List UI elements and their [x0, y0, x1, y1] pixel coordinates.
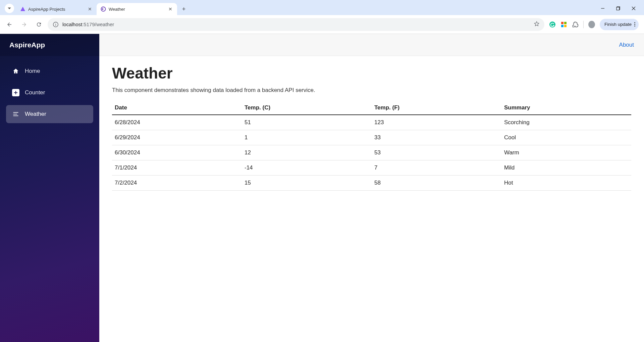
- svg-point-10: [55, 23, 56, 23]
- sidebar-nav: Home Counter Weather: [0, 56, 99, 129]
- sidebar-item-label: Weather: [25, 111, 46, 117]
- table-row: 7/1/2024 -14 7 Mild: [112, 160, 631, 176]
- url-port: :5179: [82, 21, 95, 27]
- about-link[interactable]: About: [619, 42, 634, 48]
- cell-temp-f: 33: [372, 130, 501, 145]
- cell-summary: Hot: [501, 176, 631, 191]
- toolbar-divider: [583, 21, 584, 28]
- sidebar-item-weather[interactable]: Weather: [6, 105, 93, 123]
- app-viewport: AspireApp Home Counter Weather: [0, 34, 644, 342]
- cell-temp-c: 12: [242, 145, 372, 160]
- back-button[interactable]: [3, 18, 15, 31]
- grammarly-icon[interactable]: [549, 21, 556, 28]
- page-lead: This component demonstrates showing data…: [112, 87, 631, 94]
- cell-temp-f: 58: [372, 176, 501, 191]
- new-tab-button[interactable]: +: [179, 4, 189, 14]
- cell-temp-c: 15: [242, 176, 372, 191]
- col-summary: Summary: [501, 101, 631, 115]
- cell-temp-c: 51: [242, 115, 372, 130]
- sidebar-item-label: Counter: [25, 89, 45, 96]
- chevron-down-icon: [7, 6, 11, 10]
- window-controls: [595, 3, 641, 14]
- cell-temp-c: 1: [242, 130, 372, 145]
- tab-weather[interactable]: Weather ✕: [97, 3, 177, 15]
- bookmark-button[interactable]: [534, 21, 540, 28]
- sidebar-item-counter[interactable]: Counter: [6, 84, 93, 102]
- svg-rect-14: [561, 25, 564, 27]
- table-body: 6/28/2024 51 123 Scorching 6/29/2024 1 3…: [112, 115, 631, 191]
- window-maximize-button[interactable]: [610, 3, 626, 14]
- sidebar-item-label: Home: [25, 68, 40, 75]
- svg-rect-13: [564, 22, 567, 24]
- col-date: Date: [112, 101, 242, 115]
- svg-rect-15: [564, 25, 567, 27]
- cell-summary: Warm: [501, 145, 631, 160]
- url-path: /weather: [95, 21, 114, 27]
- table-row: 7/2/2024 15 58 Hot: [112, 176, 631, 191]
- microsoft-icon[interactable]: [560, 21, 567, 28]
- cell-summary: Mild: [501, 160, 631, 176]
- tab-strip: AspireApp Projects ✕ Weather ✕ +: [0, 0, 644, 15]
- sidebar-item-home[interactable]: Home: [6, 62, 93, 80]
- finish-update-label: Finish update: [604, 22, 632, 27]
- cell-summary: Scorching: [501, 115, 631, 130]
- table-row: 6/28/2024 51 123 Scorching: [112, 115, 631, 130]
- tab-close-button[interactable]: ✕: [87, 6, 93, 12]
- list-lines-icon: [12, 110, 19, 118]
- svg-marker-0: [20, 7, 25, 11]
- cell-summary: Cool: [501, 130, 631, 145]
- svg-rect-17: [14, 92, 17, 93]
- avatar-icon: [588, 21, 595, 28]
- col-temp-f: Temp. (F): [372, 101, 501, 115]
- top-bar: About: [99, 34, 644, 56]
- cell-temp-f: 7: [372, 160, 501, 176]
- reload-button[interactable]: [33, 18, 45, 31]
- url-text: localhost:5179/weather: [62, 21, 114, 27]
- site-info-icon[interactable]: [52, 21, 59, 28]
- finish-update-button[interactable]: Finish update: [600, 19, 639, 30]
- cell-date: 6/28/2024: [112, 115, 242, 130]
- page-content: Weather This component demonstrates show…: [99, 56, 644, 199]
- svg-point-2: [102, 8, 103, 10]
- window-close-button[interactable]: [626, 3, 641, 14]
- tab-aspireapp-projects[interactable]: AspireApp Projects ✕: [16, 3, 97, 15]
- weather-table: Date Temp. (C) Temp. (F) Summary 6/28/20…: [112, 101, 631, 191]
- window-minimize-button[interactable]: [595, 3, 610, 14]
- blazor-icon: [101, 6, 106, 12]
- browser-toolbar: localhost:5179/weather: [0, 15, 644, 34]
- cell-temp-c: -14: [242, 160, 372, 176]
- col-temp-c: Temp. (C): [242, 101, 372, 115]
- brand-title[interactable]: AspireApp: [0, 34, 99, 56]
- forward-button[interactable]: [18, 18, 30, 31]
- cell-date: 7/2/2024: [112, 176, 242, 191]
- cell-temp-f: 123: [372, 115, 501, 130]
- home-icon: [12, 67, 19, 75]
- sidebar: AspireApp Home Counter Weather: [0, 34, 99, 342]
- page-title: Weather: [112, 64, 631, 82]
- extensions-button[interactable]: [572, 21, 579, 28]
- tab-close-button[interactable]: ✕: [168, 6, 173, 12]
- table-row: 6/30/2024 12 53 Warm: [112, 145, 631, 160]
- plus-box-icon: [12, 89, 19, 96]
- table-header-row: Date Temp. (C) Temp. (F) Summary: [112, 101, 631, 115]
- browser-chrome: AspireApp Projects ✕ Weather ✕ +: [0, 0, 644, 34]
- cell-date: 6/29/2024: [112, 130, 242, 145]
- tab-title: Weather: [109, 7, 165, 12]
- address-bar[interactable]: localhost:5179/weather: [48, 18, 544, 31]
- tab-search-button[interactable]: [5, 4, 14, 13]
- tab-title: AspireApp Projects: [28, 7, 85, 12]
- extensions-area: Finish update: [547, 19, 641, 30]
- main-area: About Weather This component demonstrate…: [99, 34, 644, 342]
- cell-temp-f: 53: [372, 145, 501, 160]
- cell-date: 7/1/2024: [112, 160, 242, 176]
- svg-rect-5: [616, 7, 620, 10]
- kebab-menu-icon: [634, 22, 635, 27]
- table-row: 6/29/2024 1 33 Cool: [112, 130, 631, 145]
- url-host: localhost: [62, 21, 82, 27]
- profile-button[interactable]: [588, 21, 595, 28]
- aspire-icon: [20, 6, 25, 12]
- cell-date: 6/30/2024: [112, 145, 242, 160]
- svg-rect-12: [561, 22, 564, 24]
